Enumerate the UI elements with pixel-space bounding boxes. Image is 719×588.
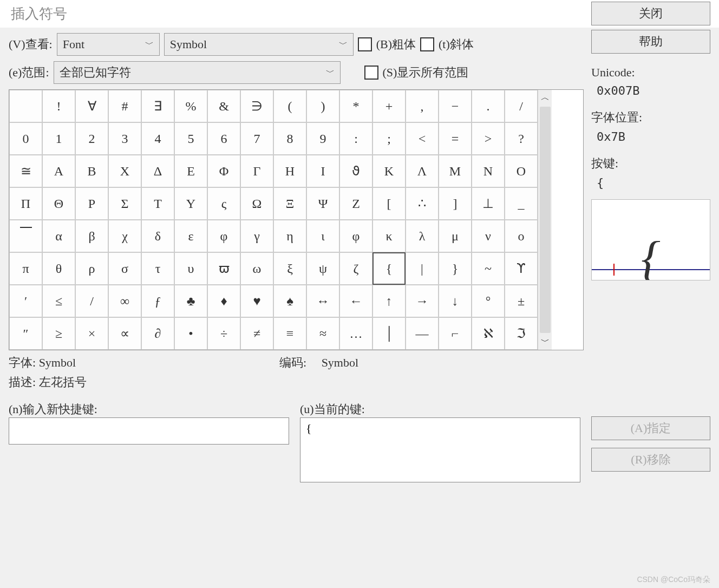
char-cell[interactable]: N <box>472 155 505 187</box>
char-cell[interactable]: ! <box>42 90 75 122</box>
char-cell[interactable]: 8 <box>273 122 306 155</box>
char-cell[interactable]: ℵ <box>472 317 505 350</box>
char-cell[interactable]: ψ <box>306 252 339 285</box>
char-cell[interactable]: T <box>141 187 174 220</box>
char-cell[interactable]: α <box>42 220 75 252</box>
char-cell[interactable] <box>9 220 42 252</box>
scroll-thumb[interactable] <box>540 107 551 333</box>
char-cell[interactable]: τ <box>141 252 174 285</box>
char-cell[interactable]: ⌐ <box>439 317 472 350</box>
char-cell[interactable]: κ <box>372 220 406 252</box>
char-cell[interactable]: * <box>339 90 372 122</box>
char-cell[interactable]: γ <box>240 220 273 252</box>
char-cell[interactable]: Π <box>9 187 42 220</box>
assign-button[interactable]: (A)指定 <box>591 416 710 440</box>
char-cell[interactable]: # <box>108 90 141 122</box>
char-cell[interactable]: ≅ <box>9 155 42 187</box>
char-cell[interactable]: ÷ <box>207 317 240 350</box>
char-cell[interactable]: ξ <box>273 252 306 285</box>
scrollbar[interactable]: ︿ ﹀ <box>538 90 552 350</box>
char-cell[interactable]: ϖ <box>207 252 240 285</box>
char-cell[interactable]: ∋ <box>240 90 273 122</box>
char-cell[interactable]: χ <box>108 220 141 252</box>
char-cell[interactable]: [ <box>372 187 406 220</box>
char-cell[interactable]: 2 <box>75 122 108 155</box>
char-cell[interactable]: ″ <box>9 317 42 350</box>
char-cell[interactable]: ≈ <box>306 317 339 350</box>
char-cell[interactable]: K <box>372 155 406 187</box>
char-cell[interactable]: ⊥ <box>472 187 505 220</box>
scroll-down-icon[interactable]: ﹀ <box>539 334 552 350</box>
char-cell[interactable]: ? <box>505 122 538 155</box>
char-cell[interactable]: _ <box>505 187 538 220</box>
char-cell[interactable]: ≥ <box>42 317 75 350</box>
char-cell[interactable]: ← <box>339 285 372 317</box>
char-cell[interactable]: ∃ <box>141 90 174 122</box>
char-cell[interactable]: < <box>406 122 439 155</box>
char-cell[interactable]: Ξ <box>273 187 306 220</box>
char-cell[interactable]: λ <box>406 220 439 252</box>
char-cell[interactable]: | <box>406 252 439 285</box>
char-cell[interactable]: E <box>174 155 207 187</box>
close-button[interactable]: 关闭 <box>591 2 710 25</box>
char-cell[interactable]: ; <box>372 122 406 155</box>
char-cell[interactable]: ↔ <box>306 285 339 317</box>
char-cell[interactable]: M <box>439 155 472 187</box>
font-type-combo[interactable]: Font ﹀ <box>57 33 160 56</box>
char-cell[interactable]: μ <box>439 220 472 252</box>
char-cell[interactable]: ℑ <box>505 317 538 350</box>
char-cell[interactable]: : <box>339 122 372 155</box>
char-cell[interactable]: 9 <box>306 122 339 155</box>
char-cell[interactable]: 3 <box>108 122 141 155</box>
char-cell[interactable]: π <box>9 252 42 285</box>
char-cell[interactable]: − <box>439 90 472 122</box>
char-cell[interactable]: / <box>505 90 538 122</box>
char-cell[interactable]: ∝ <box>108 317 141 350</box>
char-cell[interactable]: σ <box>108 252 141 285</box>
char-cell[interactable]: % <box>174 90 207 122</box>
char-cell[interactable]: + <box>372 90 406 122</box>
char-cell[interactable]: 6 <box>207 122 240 155</box>
char-cell[interactable]: φ <box>207 220 240 252</box>
char-cell[interactable]: ↓ <box>439 285 472 317</box>
char-cell[interactable]: θ <box>42 252 75 285</box>
char-cell[interactable]: 0 <box>9 122 42 155</box>
char-cell[interactable]: & <box>207 90 240 122</box>
char-cell[interactable]: → <box>406 285 439 317</box>
char-cell[interactable]: ϑ <box>339 155 372 187</box>
char-cell[interactable]: — <box>406 317 439 350</box>
char-cell[interactable]: I <box>306 155 339 187</box>
current-keys-list[interactable] <box>300 417 580 482</box>
show-all-ranges-checkbox[interactable] <box>364 66 378 80</box>
char-cell[interactable]: × <box>75 317 108 350</box>
char-cell[interactable]: ] <box>439 187 472 220</box>
char-cell[interactable]: η <box>273 220 306 252</box>
char-cell[interactable]: ♠ <box>273 285 306 317</box>
char-cell[interactable]: ∂ <box>141 317 174 350</box>
char-cell[interactable]: A <box>42 155 75 187</box>
char-cell[interactable]: φ <box>339 220 372 252</box>
char-cell[interactable]: ε <box>174 220 207 252</box>
char-cell[interactable]: Σ <box>108 187 141 220</box>
char-cell[interactable]: ∀ <box>75 90 108 122</box>
char-cell[interactable]: • <box>174 317 207 350</box>
char-cell[interactable]: B <box>75 155 108 187</box>
char-cell[interactable]: υ <box>174 252 207 285</box>
char-cell[interactable]: │ <box>372 317 406 350</box>
char-cell[interactable]: β <box>75 220 108 252</box>
char-cell[interactable]: ) <box>306 90 339 122</box>
char-cell[interactable] <box>9 90 42 122</box>
char-cell[interactable]: ≡ <box>273 317 306 350</box>
font-name-combo[interactable]: Symbol ﹀ <box>164 33 354 56</box>
char-cell[interactable]: 1 <box>42 122 75 155</box>
char-cell[interactable]: ρ <box>75 252 108 285</box>
scroll-up-icon[interactable]: ︿ <box>539 90 552 106</box>
char-cell[interactable]: Φ <box>207 155 240 187</box>
char-cell[interactable]: X <box>108 155 141 187</box>
char-cell[interactable]: Z <box>339 187 372 220</box>
char-cell[interactable]: Λ <box>406 155 439 187</box>
char-cell[interactable]: δ <box>141 220 174 252</box>
char-cell[interactable]: = <box>439 122 472 155</box>
char-cell[interactable]: 7 <box>240 122 273 155</box>
char-cell[interactable]: ϒ <box>505 252 538 285</box>
